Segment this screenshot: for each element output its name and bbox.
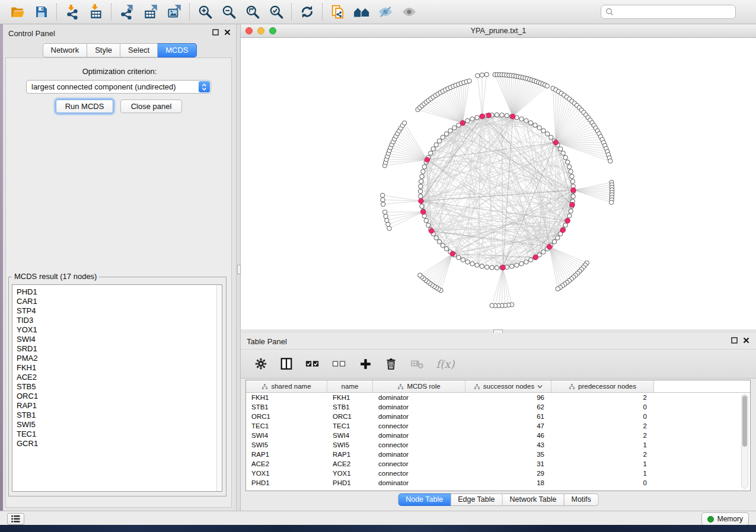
vertical-splitter[interactable] [236,24,241,511]
table-row[interactable]: SWI5SWI5connector431 [246,440,750,450]
mcds-result-title: MCDS result (17 nodes) [12,272,99,281]
table-scrollbar[interactable] [741,394,748,489]
table-row[interactable]: TEC1TEC1connector472 [246,421,750,431]
table-cell: 47 [465,422,551,430]
delete-column-icon[interactable] [382,354,399,374]
column-header-successor-nodes[interactable]: successor nodes [465,380,551,392]
export-network-icon[interactable] [115,2,139,22]
node-table-body: FKH1FKH1dominator962STB1STB1dominator620… [246,393,750,488]
column-header-shared-name[interactable]: shared name [246,380,327,392]
table-row[interactable]: FKH1FKH1dominator962 [246,393,750,402]
run-mcds-button[interactable]: Run MCDS [56,100,113,113]
mcds-result-item[interactable]: PHD1 [17,287,222,297]
table-row[interactable]: SWI4SWI4dominator462 [246,431,750,440]
tab-motifs[interactable]: Motifs [564,493,598,506]
import-network-icon[interactable] [60,2,84,22]
zoom-out-icon[interactable] [217,2,241,22]
table-scrollbar-thumb[interactable] [742,396,747,447]
add-column-icon[interactable] [357,354,374,374]
table-settings-icon[interactable] [253,354,269,374]
mcds-result-item[interactable]: GCR1 [17,439,222,448]
table-cell: FKH1 [327,394,373,401]
table-row[interactable]: ACE2ACE2connector311 [246,459,750,469]
network-graph[interactable] [241,38,756,329]
criterion-dropdown[interactable]: largest connected component (undirected) [26,80,211,94]
zoom-fit-icon[interactable] [241,2,264,22]
table-row[interactable]: STB1STB1dominator620 [246,402,750,412]
mcds-result-item[interactable]: SWI5 [17,420,222,430]
search-box[interactable] [601,5,736,19]
control-panel-window-buttons [212,29,231,36]
zoom-selected-icon[interactable] [264,2,288,22]
mcds-result-item[interactable]: SWI4 [17,335,222,344]
close-panel-icon[interactable] [224,29,231,36]
deselect-all-icon[interactable] [330,354,348,374]
mcds-result-item[interactable]: SRD1 [17,344,222,354]
mcds-result-item[interactable]: ACE2 [17,373,222,382]
refresh-view-icon[interactable] [295,2,319,22]
function-builder-icon[interactable]: f(x) [435,354,456,374]
table-panel-window-buttons [731,337,749,344]
mcds-result-item[interactable]: CAR1 [17,297,222,306]
memory-button[interactable]: Memory [701,512,749,525]
mcds-result-item[interactable]: FKH1 [17,363,222,373]
tab-style[interactable]: Style [87,43,120,57]
mcds-result-item[interactable]: ORC1 [17,392,222,401]
network-window-titlebar[interactable]: YPA_prune.txt_1 [241,24,756,38]
network-window-title: YPA_prune.txt_1 [241,27,756,35]
mcds-result-item[interactable]: TEC1 [17,430,222,439]
mcds-result-list[interactable]: PHD1CAR1STP4TID3YOX1SWI4SRD1PMA2FKH1ACE2… [12,284,222,492]
mcds-result-item[interactable]: STB5 [17,382,222,392]
mcds-result-item[interactable]: RAP1 [17,401,222,411]
open-file-icon[interactable] [6,2,30,22]
optimization-criterion-label: Optimization criterion: [3,67,236,76]
zoom-in-icon[interactable] [193,2,217,22]
column-header-MCDS-role[interactable]: MCDS role [373,380,465,392]
dropdown-stepper-icon [199,81,210,92]
table-row[interactable]: RAP1RAP1dominator352 [246,450,750,459]
column-header-name[interactable]: name [327,380,373,392]
search-input[interactable] [617,7,735,17]
close-panel-button[interactable]: Close panel [120,100,182,113]
tab-network-table[interactable]: Network Table [503,493,564,506]
duplicate-network-icon[interactable] [326,2,350,22]
show-all-icon[interactable] [397,2,421,22]
control-panel: Control Panel Network Style Select MCDS … [3,24,236,511]
table-row[interactable]: YOX1YOX1connector291 [246,469,750,478]
mcds-result-item[interactable]: PMA2 [17,354,222,363]
first-neighbors-icon[interactable] [350,2,374,22]
table-row[interactable]: ORC1ORC1dominator610 [246,412,750,421]
hide-selected-icon[interactable] [374,2,397,22]
memory-status-icon [707,516,714,523]
mcds-result-item[interactable]: YOX1 [17,325,222,335]
task-history-button[interactable] [7,513,24,525]
tab-mcds[interactable]: MCDS [158,43,196,57]
select-all-icon[interactable] [304,354,321,374]
tab-node-table[interactable]: Node Table [398,493,451,506]
tab-edge-table[interactable]: Edge Table [451,493,502,506]
close-panel-icon[interactable] [743,337,749,344]
network-canvas[interactable] [241,38,756,329]
mcds-result-item[interactable]: TID3 [17,316,222,325]
export-table-icon[interactable] [139,2,162,22]
table-cell: 18 [465,479,551,486]
table-cell: FKH1 [246,394,327,401]
export-image-icon[interactable] [162,2,186,22]
delete-table-icon[interactable] [408,354,426,374]
tab-select[interactable]: Select [120,43,158,57]
column-header-predecessor-nodes[interactable]: predecessor nodes [551,380,654,392]
float-panel-icon[interactable] [731,337,738,344]
mcds-result-item[interactable]: STB1 [17,411,222,420]
table-cell: 1 [551,470,654,477]
mcds-result-item[interactable]: STP4 [17,306,222,316]
import-table-icon[interactable] [84,2,108,22]
float-panel-icon[interactable] [212,29,219,36]
tab-network[interactable]: Network [42,43,87,57]
split-view-icon[interactable] [278,354,295,374]
table-cell: 1 [551,460,654,467]
table-row[interactable]: PHD1PHD1dominator180 [246,478,750,488]
table-cell: 61 [465,413,551,420]
mcds-list-scrollbar[interactable] [216,285,222,491]
table-cell: connector [373,470,465,477]
save-session-icon[interactable] [30,2,53,22]
